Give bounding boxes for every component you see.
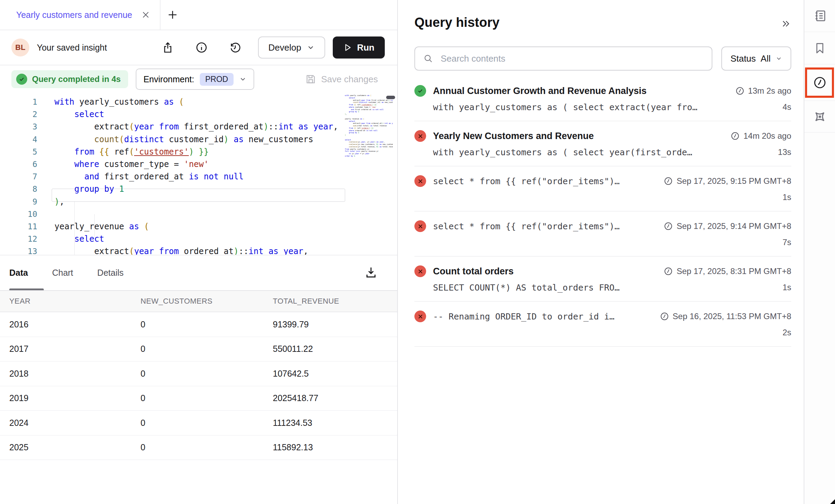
clock-icon	[663, 266, 673, 276]
code-line[interactable]: 5 from {{ ref('customers') }}	[0, 146, 397, 158]
error-status-icon	[414, 130, 426, 142]
query-duration: 7s	[783, 238, 791, 247]
query-title: -- Renaming ORDER_ID to order_id i…	[433, 312, 651, 322]
download-results-icon[interactable]	[364, 266, 378, 280]
query-duration: 13s	[778, 147, 791, 157]
sql-code-editor[interactable]: 1with yearly_customers as (2 select3 ext…	[0, 93, 397, 255]
share-icon[interactable]	[162, 41, 174, 54]
chevron-down-icon	[775, 55, 782, 62]
query-history-item[interactable]: Count total ordersSep 17, 2025, 8:31 PM …	[414, 256, 791, 302]
tab-yearly-customers[interactable]: Yearly customers and revenue	[0, 0, 161, 30]
query-history-item[interactable]: -- Renaming ORDER_ID to order_id i…Sep 1…	[414, 302, 791, 347]
query-history-item[interactable]: Annual Customer Growth and Revenue Analy…	[414, 76, 791, 121]
sidebar-item-copilot[interactable]	[804, 101, 835, 133]
query-duration: 1s	[783, 283, 791, 292]
table-row: 2016091399.79	[0, 312, 397, 337]
error-status-icon	[414, 220, 426, 232]
col-new-customers[interactable]: NEW_CUSTOMERS	[141, 297, 273, 306]
avatar: BL	[11, 39, 29, 56]
save-changes-button[interactable]: Save changes	[305, 74, 378, 85]
check-circle-icon	[16, 74, 27, 85]
line-number: 5	[0, 147, 37, 156]
develop-button[interactable]: Develop	[258, 36, 325, 59]
query-history-controls: Status All	[414, 46, 791, 71]
play-icon	[343, 43, 352, 52]
editor-scrollbar-thumb[interactable]	[386, 96, 395, 99]
error-status-icon	[414, 311, 426, 322]
sidebar-item-notebook[interactable]	[804, 0, 835, 32]
clock-icon	[730, 131, 740, 141]
code-line[interactable]: 3 extract(year from first_ordered_at)::i…	[0, 120, 397, 133]
query-snippet: with yearly_customers as ( select extrac…	[433, 102, 774, 112]
close-tab-icon[interactable]	[141, 10, 150, 19]
code-line[interactable]: 4 count(distinct customer_id) as new_cus…	[0, 133, 397, 146]
line-number: 4	[0, 135, 37, 144]
query-history-item[interactable]: select * from {{ ref("order_items")…Sep …	[414, 211, 791, 256]
error-status-icon	[414, 175, 426, 187]
table-cell: 550011.22	[273, 344, 397, 354]
code-line[interactable]: 7 and first_ordered_at is not null	[0, 170, 397, 183]
environment-selector[interactable]: Environment: PROD	[136, 69, 254, 90]
query-history-item[interactable]: select * from {{ ref("order_items")…Sep …	[414, 166, 791, 211]
editor-minimap[interactable]: with yearly_customers as ( select extrac…	[345, 94, 394, 253]
collapse-panel-icon[interactable]	[781, 19, 791, 29]
develop-label: Develop	[268, 42, 301, 53]
col-year[interactable]: YEAR	[9, 297, 141, 306]
sidebar-item-bookmarks[interactable]	[804, 32, 835, 64]
query-timestamp: 14m 20s ago	[730, 131, 791, 141]
tab-chart[interactable]: Chart	[52, 268, 73, 278]
query-title: select * from {{ ref("order_items")…	[433, 221, 655, 231]
query-duration: 1s	[783, 192, 791, 202]
status-filter-value: All	[761, 53, 771, 64]
code-line[interactable]: 8 group by 1	[0, 183, 397, 195]
search-box[interactable]	[414, 46, 712, 71]
header-actions	[162, 41, 241, 54]
line-number: 6	[0, 160, 37, 169]
query-duration: 2s	[783, 328, 791, 337]
table-cell: 2016	[9, 319, 141, 329]
editor-panel: Yearly customers and revenue BL Your sav…	[0, 0, 398, 504]
code-line[interactable]: 6 where customer_type = 'new'	[0, 158, 397, 170]
line-number: 11	[0, 222, 37, 231]
results-tab-bar: Data Chart Details	[0, 255, 397, 291]
query-history-item[interactable]: Yearly New Customers and Revenue14m 20s …	[414, 121, 791, 166]
status-filter-dropdown[interactable]: Status All	[721, 46, 791, 71]
line-number: 9	[0, 197, 37, 206]
tab-data[interactable]: Data	[9, 268, 28, 278]
save-icon	[305, 74, 316, 85]
sidebar-item-query-history[interactable]	[804, 64, 835, 101]
line-number: 3	[0, 122, 37, 131]
right-sidebar	[804, 0, 835, 504]
run-button[interactable]: Run	[333, 36, 385, 59]
line-number: 12	[0, 234, 37, 243]
code-line[interactable]: 10	[0, 208, 397, 220]
code-line[interactable]: 2 select	[0, 108, 397, 120]
line-number: 8	[0, 185, 37, 193]
table-body: 2016091399.7920170550011.2220180107642.5…	[0, 312, 397, 460]
code-line[interactable]: 9),	[0, 196, 397, 208]
query-status-badge: Query completed in 4s	[11, 70, 128, 88]
info-icon[interactable]	[195, 41, 208, 54]
code-line[interactable]: 1with yearly_customers as (	[0, 96, 397, 108]
query-history-panel: Query history Status All Annual Customer…	[399, 0, 804, 504]
new-tab-icon[interactable]	[167, 9, 178, 21]
query-timestamp: Sep 17, 2025, 8:31 PM GMT+8	[663, 266, 791, 276]
chevron-down-icon	[239, 75, 247, 83]
table-header-row: YEAR NEW_CUSTOMERS TOTAL_REVENUE	[0, 291, 397, 312]
table-cell: 111234.53	[273, 418, 397, 428]
code-line[interactable]: 12 select	[0, 233, 397, 245]
table-cell: 91399.79	[273, 319, 397, 329]
code-line[interactable]: 11yearly_revenue as (	[0, 220, 397, 233]
col-total-revenue[interactable]: TOTAL_REVENUE	[273, 297, 397, 306]
table-cell: 2025	[9, 442, 141, 452]
version-history-icon[interactable]	[229, 41, 241, 54]
tab-details[interactable]: Details	[97, 268, 123, 278]
search-input[interactable]	[441, 53, 703, 64]
table-row: 20170550011.22	[0, 337, 397, 362]
line-number: 7	[0, 172, 37, 181]
search-icon	[423, 53, 433, 64]
query-history-header: Query history	[414, 15, 791, 30]
query-timestamp: Sep 16, 2025, 11:53 PM GMT+8	[660, 312, 791, 321]
code-line[interactable]: 13 extract(year from ordered_at)::int as…	[0, 245, 397, 255]
environment-value-badge: PROD	[200, 73, 234, 86]
